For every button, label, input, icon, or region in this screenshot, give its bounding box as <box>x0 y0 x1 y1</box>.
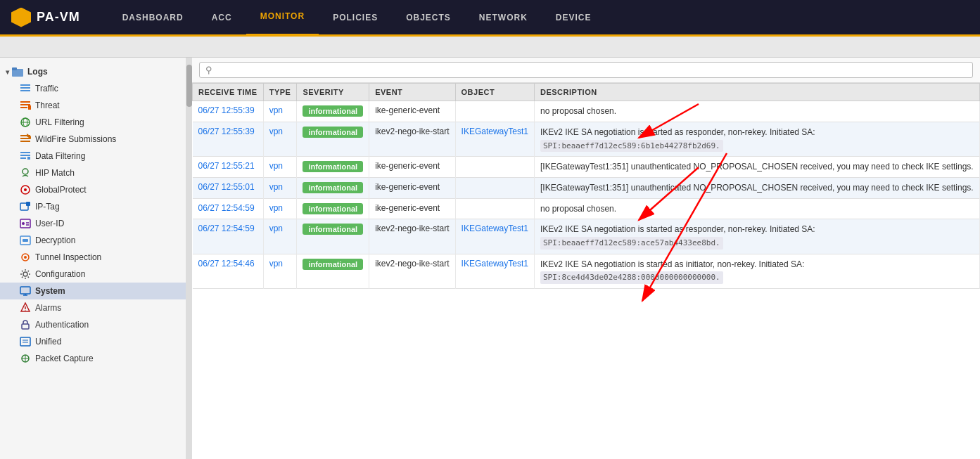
table-row[interactable]: 06/27 12:54:59vpninformationalikev2-nego… <box>193 219 980 254</box>
sidebar-group-logs[interactable]: ▾ Logs <box>0 63 186 80</box>
sidebar-item-iptag[interactable]: IP-Tag <box>0 198 186 215</box>
table-wrapper: RECEIVE TIME TYPE SEVERITY EVENT OBJECT … <box>192 83 980 459</box>
table-row[interactable]: 06/27 12:55:21vpninformationalike-generi… <box>193 156 980 177</box>
packet-icon <box>20 353 31 364</box>
cell-time: 06/27 12:55:01 <box>193 177 264 198</box>
cell-object: IKEGatewayTest1 <box>455 122 534 156</box>
decrypt-icon <box>20 235 31 246</box>
sidebar-item-alarms[interactable]: Alarms <box>0 299 186 316</box>
svg-rect-39 <box>22 324 29 329</box>
sidebar-item-data[interactable]: Data Filtering <box>0 148 186 164</box>
cell-severity: informational <box>297 156 369 177</box>
system-icon <box>20 285 31 297</box>
cell-severity: informational <box>297 219 369 254</box>
url-icon <box>20 117 31 128</box>
nav-monitor[interactable]: MONITOR <box>246 0 319 36</box>
cell-time: 06/27 12:55:39 <box>193 122 264 156</box>
sidebar-label-unified: Unified <box>35 337 61 347</box>
traffic-icon <box>20 83 31 94</box>
svg-rect-1 <box>12 67 17 70</box>
svg-point-20 <box>23 169 28 174</box>
wildfire-icon <box>20 134 31 145</box>
search-bar: ⚲ <box>192 58 980 83</box>
sidebar-item-threat[interactable]: Threat <box>0 97 186 114</box>
sidebar-label-tunnel: Tunnel Inspection <box>35 252 101 262</box>
severity-badge: informational <box>303 224 363 235</box>
sidebar-item-hip[interactable]: HIP Match <box>0 164 186 181</box>
cell-description: IKEv2 IKE SA negotiation is started as r… <box>535 122 980 156</box>
sidebar-item-gp[interactable]: GlobalProtect <box>0 181 186 198</box>
sidebar-item-wildfire[interactable]: WildFire Submissions <box>0 131 186 148</box>
data-icon <box>20 150 31 162</box>
svg-point-33 <box>23 272 27 276</box>
sidebar-item-unified[interactable]: Unified <box>0 333 186 350</box>
logo-text: PA-VM <box>37 10 80 25</box>
col-event[interactable]: EVENT <box>369 84 455 101</box>
nav-device[interactable]: DEVICE <box>542 0 606 36</box>
spi-value: SPI:8ce4d43de02e4288:0000000000000000. <box>540 271 723 283</box>
sidebar-item-auth[interactable]: Authentication <box>0 316 186 333</box>
nav-dashboard[interactable]: DASHBOARD <box>108 0 198 36</box>
table-row[interactable]: 06/27 12:55:01vpninformationalike-generi… <box>193 177 980 198</box>
cell-object <box>455 198 534 219</box>
cell-severity: informational <box>297 177 369 198</box>
svg-marker-19 <box>27 157 30 160</box>
sidebar-label-alarms: Alarms <box>35 303 61 313</box>
nav-acc[interactable]: ACC <box>198 0 246 36</box>
tunnel-icon <box>20 252 31 263</box>
cell-severity: informational <box>297 198 369 219</box>
sidebar-item-config[interactable]: Configuration <box>0 266 186 283</box>
sidebar-scrollbar-thumb[interactable] <box>186 65 192 107</box>
table-row[interactable]: 06/27 12:54:59vpninformationalike-generi… <box>193 198 980 219</box>
svg-rect-30 <box>23 239 28 242</box>
sidebar-label-packet: Packet Capture <box>35 354 94 363</box>
svg-point-32 <box>24 256 27 259</box>
sidebar-label-config: Configuration <box>35 269 85 279</box>
cell-object <box>455 177 534 198</box>
sidebar-item-userid[interactable]: User-ID <box>0 215 186 232</box>
logs-folder-icon <box>12 66 23 77</box>
cell-description: IKEv2 IKE SA negotiation is started as r… <box>535 219 980 254</box>
cell-severity: informational <box>297 101 369 122</box>
cell-type: vpn <box>263 177 297 198</box>
col-severity[interactable]: SEVERITY <box>297 84 369 101</box>
sidebar-label-data: Data Filtering <box>35 151 85 161</box>
sidebar-item-url[interactable]: URL Filtering <box>0 114 186 131</box>
table-row[interactable]: 06/27 12:54:46vpninformationalikev2-nego… <box>193 254 980 288</box>
cell-event: ike-generic-event <box>369 156 455 177</box>
nav-policies[interactable]: POLICIES <box>319 0 392 36</box>
svg-point-38 <box>25 310 25 311</box>
col-description[interactable]: DESCRIPTION <box>535 84 980 101</box>
cell-event: ikev2-nego-ike-start <box>369 122 455 156</box>
sidebar-item-packet[interactable]: Packet Capture <box>0 350 186 367</box>
sidebar-item-traffic[interactable]: Traffic <box>0 80 186 97</box>
cell-severity: informational <box>297 254 369 288</box>
threat-icon <box>20 100 31 111</box>
cell-time: 06/27 12:54:46 <box>193 254 264 288</box>
cell-time: 06/27 12:54:59 <box>193 219 264 254</box>
svg-rect-2 <box>20 84 30 86</box>
svg-rect-3 <box>20 87 30 89</box>
col-receive-time[interactable]: RECEIVE TIME <box>193 84 264 101</box>
search-input[interactable] <box>217 65 967 75</box>
cell-type: vpn <box>263 156 297 177</box>
sidebar-scroll: ▾ Logs Traffic Threat <box>0 58 186 373</box>
col-type[interactable]: TYPE <box>263 84 297 101</box>
sub-header <box>0 37 980 58</box>
table-row[interactable]: 06/27 12:55:39vpninformationalikev2-nego… <box>193 122 980 156</box>
nav-objects[interactable]: OBJECTS <box>392 0 465 36</box>
hip-icon <box>20 167 31 179</box>
col-object[interactable]: OBJECT <box>455 84 534 101</box>
sidebar-item-system[interactable]: System <box>0 283 186 299</box>
nav-network[interactable]: NETWORK <box>465 0 542 36</box>
svg-rect-16 <box>20 152 30 153</box>
table-row[interactable]: 06/27 12:55:39vpninformationalike-generi… <box>193 101 980 122</box>
cell-type: vpn <box>263 254 297 288</box>
sidebar-label-system: System <box>35 286 65 296</box>
userid-icon <box>20 218 31 229</box>
svg-rect-6 <box>20 104 30 105</box>
log-table-element: RECEIVE TIME TYPE SEVERITY EVENT OBJECT … <box>192 83 980 289</box>
sidebar-scrollbar[interactable] <box>186 58 192 459</box>
sidebar-item-decryption[interactable]: Decryption <box>0 232 186 249</box>
sidebar-item-tunnel[interactable]: Tunnel Inspection <box>0 249 186 266</box>
